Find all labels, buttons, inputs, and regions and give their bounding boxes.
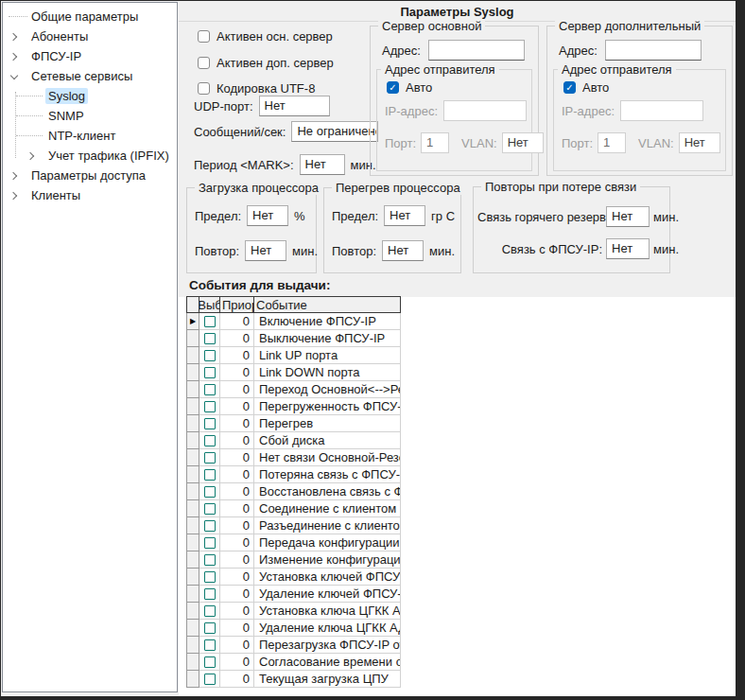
row-selector[interactable] — [186, 330, 199, 347]
event-checkbox[interactable] — [204, 350, 216, 361]
event-checkbox[interactable] — [204, 622, 216, 634]
event-priority-cell[interactable]: 0 — [220, 551, 254, 569]
row-selector[interactable] — [186, 517, 199, 534]
event-checkbox[interactable] — [204, 333, 216, 344]
row-selector[interactable] — [186, 449, 199, 466]
event-priority-cell[interactable]: 0 — [220, 415, 254, 432]
event-checkbox[interactable] — [204, 435, 216, 446]
event-checkbox[interactable] — [204, 588, 216, 600]
event-checkbox[interactable] — [204, 639, 216, 651]
event-priority-cell[interactable]: 0 — [220, 330, 254, 347]
event-checkbox[interactable] — [204, 367, 216, 378]
sidebar-item-параметры-доступа[interactable]: Параметры доступа — [3, 166, 177, 185]
event-checkbox[interactable] — [204, 316, 216, 327]
checkbox-main-server-active[interactable]: Активен осн. сервер — [198, 29, 333, 44]
auto-checkbox-row[interactable]: ✓ Авто — [387, 80, 432, 95]
event-name-cell[interactable]: Передача конфигурации АДМ — [254, 534, 401, 551]
event-checkbox[interactable] — [204, 486, 216, 498]
event-priority-cell[interactable]: 0 — [220, 586, 254, 603]
row-selector[interactable] — [186, 534, 199, 551]
event-priority-cell[interactable]: 0 — [220, 671, 254, 688]
row-selector[interactable] — [186, 466, 199, 483]
cpu-repeat-input[interactable]: Нет — [245, 240, 286, 261]
sidebar-item-snmp[interactable]: SNMP — [3, 106, 177, 126]
chevron-down-icon[interactable] — [9, 71, 20, 82]
event-select-cell[interactable] — [199, 534, 220, 551]
event-priority-cell[interactable]: 0 — [220, 364, 254, 381]
event-checkbox[interactable] — [204, 520, 216, 532]
event-select-cell[interactable] — [199, 603, 220, 620]
event-select-cell[interactable] — [199, 364, 220, 381]
event-name-cell[interactable]: Восстановлена связь с ФПСУ — [254, 483, 401, 500]
row-selector[interactable] — [186, 415, 199, 432]
event-priority-cell[interactable]: 0 — [220, 534, 254, 551]
chevron-right-icon[interactable] — [9, 170, 20, 182]
event-name-cell[interactable]: Включение ФПСУ-IP — [254, 313, 401, 330]
event-priority-cell[interactable]: 0 — [220, 313, 254, 330]
event-select-cell[interactable] — [199, 415, 220, 432]
row-selector[interactable] — [186, 432, 199, 449]
event-name-cell[interactable]: Удаление ключа ЦГКК АДМ — [254, 620, 401, 637]
event-name-cell[interactable]: Потеряна связь с ФПСУ-IP — [254, 466, 401, 483]
sidebar-item-общие-параметры[interactable]: Общие параметры — [3, 7, 177, 26]
event-name-cell[interactable]: Установка ключей ФПСУ-IP — [254, 569, 401, 586]
event-select-cell[interactable] — [199, 586, 220, 603]
event-select-cell[interactable] — [199, 483, 220, 500]
event-name-cell[interactable]: Сбой диска — [254, 432, 401, 449]
event-priority-cell[interactable]: 0 — [220, 637, 254, 654]
vlan-input[interactable]: Нет — [502, 132, 544, 153]
sidebar-item-syslog[interactable]: Syslog — [3, 86, 177, 106]
checkbox-icon[interactable] — [198, 82, 210, 95]
fpsu-link-input[interactable]: Нет — [606, 238, 650, 259]
chevron-right-icon[interactable] — [9, 51, 20, 62]
event-name-cell[interactable]: Установка ключа ЦГКК АДМ — [254, 603, 401, 620]
row-selector[interactable] — [186, 586, 199, 603]
event-checkbox[interactable] — [204, 656, 216, 668]
event-priority-cell[interactable]: 0 — [220, 620, 254, 637]
row-selector[interactable] — [186, 637, 199, 654]
event-priority-cell[interactable]: 0 — [220, 500, 254, 517]
event-priority-cell[interactable]: 0 — [220, 466, 254, 483]
event-name-cell[interactable]: Выключение ФПСУ-IP — [254, 330, 401, 347]
vlan-input[interactable]: Нет — [679, 132, 720, 153]
event-priority-cell[interactable]: 0 — [220, 347, 254, 364]
main-server-address-input[interactable] — [428, 40, 525, 61]
checkbox-checked-icon[interactable]: ✓ — [563, 81, 576, 94]
header-priority-column[interactable]: Приор — [220, 296, 254, 313]
overheat-limit-input[interactable]: Нет — [384, 205, 425, 226]
event-select-cell[interactable] — [199, 517, 220, 534]
event-name-cell[interactable]: Разъединение с клиентом — [254, 517, 401, 534]
event-select-cell[interactable] — [199, 500, 220, 517]
hot-standby-input[interactable]: Нет — [606, 206, 650, 227]
event-name-cell[interactable]: Соединение с клиентом — [254, 500, 401, 517]
event-name-cell[interactable]: Перегрев — [254, 415, 401, 432]
event-name-cell[interactable]: Изменение конфигурации АД — [254, 551, 401, 569]
event-select-cell[interactable] — [199, 569, 220, 586]
event-select-cell[interactable] — [199, 671, 220, 688]
row-selector[interactable] — [186, 671, 199, 688]
messages-per-sec-input[interactable]: Не ограничено — [291, 121, 378, 142]
event-checkbox[interactable] — [204, 418, 216, 429]
row-selector[interactable] — [186, 654, 199, 671]
event-priority-cell[interactable]: 0 — [220, 603, 254, 620]
event-priority-cell[interactable]: 0 — [220, 449, 254, 466]
event-select-cell[interactable] — [199, 330, 220, 347]
event-checkbox[interactable] — [204, 452, 216, 464]
cpu-limit-input[interactable]: Нет — [247, 205, 288, 226]
event-select-cell[interactable] — [199, 466, 220, 483]
sidebar-item-ntp-клиент[interactable]: NTP-клиент — [3, 126, 177, 146]
sidebar-item-учет-трафика-ipfix-[interactable]: Учет трафика (IPFIX) — [3, 146, 177, 166]
row-selector[interactable] — [186, 347, 199, 364]
checkbox-utf8-encoding[interactable]: Кодировка UTF-8 — [198, 81, 315, 96]
port-input[interactable]: 1 — [421, 132, 449, 153]
event-name-cell[interactable]: Link UP порта — [254, 347, 401, 364]
sidebar-item-абоненты[interactable]: Абоненты — [3, 26, 177, 46]
overheat-repeat-input[interactable]: Нет — [382, 240, 424, 261]
port-input[interactable]: 1 — [598, 132, 626, 153]
chevron-right-icon[interactable] — [9, 190, 20, 201]
checkbox-checked-icon[interactable]: ✓ — [387, 81, 399, 94]
sidebar-item-сетевые-сервисы[interactable]: Сетевые сервисы — [3, 66, 177, 86]
sidebar-item-фпсу-ip[interactable]: ФПСУ-IP — [3, 46, 177, 66]
event-checkbox[interactable] — [204, 554, 216, 566]
chevron-right-icon[interactable] — [9, 31, 20, 43]
